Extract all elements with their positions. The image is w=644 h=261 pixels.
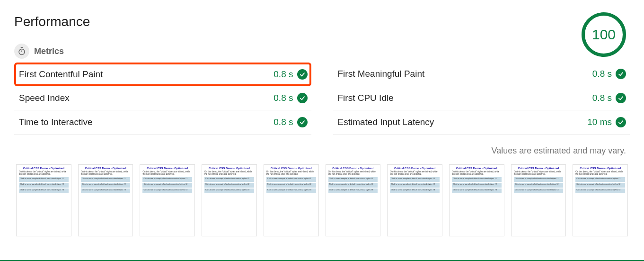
- thumb-content-box: Click to see a sample of default non-cri…: [575, 189, 625, 193]
- thumb-content-box: Click to see a sample of default non-cri…: [452, 177, 502, 182]
- metric-value: 0.8 s: [273, 93, 293, 103]
- thumb-content-box: Click to see a sample of default non-cri…: [142, 189, 192, 193]
- thumb-desc: On this demo, the "critical" styles are …: [390, 171, 440, 176]
- thumb-content-box: Click to see a sample of default non-cri…: [452, 183, 502, 188]
- thumb-content-box: Click to see a sample of default non-cri…: [266, 189, 316, 193]
- score-gauge: 100: [582, 12, 626, 57]
- thumb-content-box: Click to see a sample of default non-cri…: [204, 177, 254, 182]
- metric-name: Estimated Input Latency: [338, 117, 434, 127]
- metric-value-wrap: 0.8 s: [273, 93, 307, 103]
- metric-row[interactable]: Speed Index0.8 s: [14, 86, 311, 110]
- thumb-desc: On this demo, the "critical" styles are …: [266, 171, 316, 176]
- metric-name: First Meaningful Paint: [338, 69, 425, 79]
- thumb-title: Critical CSS Demo - Optimized: [514, 167, 564, 170]
- metric-row[interactable]: First Meaningful Paint0.8 s: [333, 62, 630, 86]
- score-value: 100: [592, 27, 616, 43]
- filmstrip-thumbnail[interactable]: Critical CSS Demo - OptimizedOn this dem…: [202, 164, 257, 236]
- thumb-content-box: Click to see a sample of default non-cri…: [81, 177, 131, 182]
- metric-value: 0.8 s: [592, 93, 612, 103]
- thumb-desc: On this demo, the "critical" styles are …: [328, 171, 378, 176]
- thumb-title: Critical CSS Demo - Optimized: [142, 167, 192, 170]
- thumb-content-box: Click to see a sample of default non-cri…: [19, 183, 69, 188]
- metric-row[interactable]: Time to Interactive0.8 s: [14, 110, 311, 135]
- check-circle-icon: [297, 69, 308, 80]
- filmstrip-thumbnail[interactable]: Critical CSS Demo - OptimizedOn this dem…: [573, 164, 628, 236]
- thumb-title: Critical CSS Demo - Optimized: [19, 167, 69, 170]
- metric-value: 10 ms: [587, 117, 612, 127]
- thumb-desc: On this demo, the "critical" styles are …: [575, 171, 625, 176]
- stopwatch-icon: [14, 44, 29, 59]
- metric-value-wrap: 10 ms: [587, 117, 626, 127]
- check-circle-icon: [616, 117, 626, 127]
- thumb-content-box: Click to see a sample of default non-cri…: [575, 183, 625, 188]
- thumb-content-box: Click to see a sample of default non-cri…: [514, 183, 564, 188]
- filmstrip-thumbnail[interactable]: Critical CSS Demo - OptimizedOn this dem…: [264, 164, 319, 236]
- metrics-grid: First Contentful Paint0.8 sFirst Meaning…: [14, 62, 630, 135]
- filmstrip-thumbnail[interactable]: Critical CSS Demo - OptimizedOn this dem…: [449, 164, 504, 236]
- metrics-label: Metrics: [34, 46, 64, 56]
- thumb-title: Critical CSS Demo - Optimized: [390, 167, 440, 170]
- thumb-content-box: Click to see a sample of default non-cri…: [142, 183, 192, 188]
- thumb-title: Critical CSS Demo - Optimized: [452, 167, 502, 170]
- thumb-content-box: Click to see a sample of default non-cri…: [266, 183, 316, 188]
- thumb-content-box: Click to see a sample of default non-cri…: [390, 183, 440, 188]
- metrics-section-header[interactable]: Metrics: [14, 44, 630, 59]
- metric-name: Speed Index: [19, 93, 70, 103]
- thumb-content-box: Click to see a sample of default non-cri…: [266, 177, 316, 182]
- metric-value-wrap: 0.8 s: [592, 93, 626, 103]
- filmstrip-thumbnail[interactable]: Critical CSS Demo - OptimizedOn this dem…: [16, 164, 71, 236]
- thumb-title: Critical CSS Demo - Optimized: [328, 167, 378, 170]
- metric-value-wrap: 0.8 s: [273, 117, 307, 127]
- thumb-desc: On this demo, the "critical" styles are …: [514, 171, 564, 176]
- thumb-title: Critical CSS Demo - Optimized: [204, 167, 254, 170]
- thumb-content-box: Click to see a sample of default non-cri…: [204, 189, 254, 193]
- metric-row[interactable]: First CPU Idle0.8 s: [333, 86, 630, 110]
- thumb-content-box: Click to see a sample of default non-cri…: [390, 177, 440, 182]
- thumb-content-box: Click to see a sample of default non-cri…: [452, 189, 502, 193]
- metric-row[interactable]: First Contentful Paint0.8 s: [14, 63, 311, 86]
- metric-value: 0.8 s: [273, 69, 293, 80]
- screenshot-filmstrip: Critical CSS Demo - OptimizedOn this dem…: [14, 164, 630, 236]
- thumb-desc: On this demo, the "critical" styles are …: [19, 171, 69, 176]
- thumb-content-box: Click to see a sample of default non-cri…: [514, 177, 564, 182]
- thumb-content-box: Click to see a sample of default non-cri…: [328, 189, 378, 193]
- thumb-desc: On this demo, the "critical" styles are …: [452, 171, 502, 176]
- thumb-title: Critical CSS Demo - Optimized: [266, 167, 316, 170]
- thumb-content-box: Click to see a sample of default non-cri…: [142, 177, 192, 182]
- check-circle-icon: [616, 93, 626, 103]
- thumb-content-box: Click to see a sample of default non-cri…: [81, 189, 131, 193]
- filmstrip-thumbnail[interactable]: Critical CSS Demo - OptimizedOn this dem…: [511, 164, 566, 236]
- thumb-content-box: Click to see a sample of default non-cri…: [328, 183, 378, 188]
- metric-row[interactable]: Estimated Input Latency10 ms: [333, 110, 630, 135]
- filmstrip-thumbnail[interactable]: Critical CSS Demo - OptimizedOn this dem…: [78, 164, 133, 236]
- metric-value-wrap: 0.8 s: [592, 69, 626, 79]
- thumb-desc: On this demo, the "critical" styles are …: [142, 171, 192, 176]
- thumb-desc: On this demo, the "critical" styles are …: [81, 171, 131, 176]
- metric-name: First Contentful Paint: [19, 69, 103, 80]
- filmstrip-thumbnail[interactable]: Critical CSS Demo - OptimizedOn this dem…: [387, 164, 442, 236]
- thumb-content-box: Click to see a sample of default non-cri…: [328, 177, 378, 182]
- thumb-content-box: Click to see a sample of default non-cri…: [81, 183, 131, 188]
- thumb-content-box: Click to see a sample of default non-cri…: [19, 189, 69, 193]
- thumb-title: Critical CSS Demo - Optimized: [575, 167, 625, 170]
- thumb-content-box: Click to see a sample of default non-cri…: [390, 189, 440, 193]
- filmstrip-thumbnail[interactable]: Critical CSS Demo - OptimizedOn this dem…: [140, 164, 195, 236]
- thumb-desc: On this demo, the "critical" styles are …: [204, 171, 254, 176]
- thumb-content-box: Click to see a sample of default non-cri…: [575, 177, 625, 182]
- filmstrip-thumbnail[interactable]: Critical CSS Demo - OptimizedOn this dem…: [326, 164, 381, 236]
- disclaimer-text: Values are estimated and may vary.: [14, 146, 626, 156]
- check-circle-icon: [616, 69, 626, 79]
- metric-value: 0.8 s: [592, 69, 612, 79]
- thumb-content-box: Click to see a sample of default non-cri…: [19, 177, 69, 182]
- check-circle-icon: [297, 117, 308, 127]
- metric-name: Time to Interactive: [19, 117, 93, 127]
- metric-value-wrap: 0.8 s: [273, 69, 307, 80]
- page-title: Performance: [14, 14, 630, 29]
- thumb-content-box: Click to see a sample of default non-cri…: [514, 189, 564, 193]
- thumb-title: Critical CSS Demo - Optimized: [81, 167, 131, 170]
- metric-name: First CPU Idle: [338, 93, 394, 103]
- check-circle-icon: [297, 93, 308, 103]
- thumb-content-box: Click to see a sample of default non-cri…: [204, 183, 254, 188]
- metric-value: 0.8 s: [273, 117, 293, 127]
